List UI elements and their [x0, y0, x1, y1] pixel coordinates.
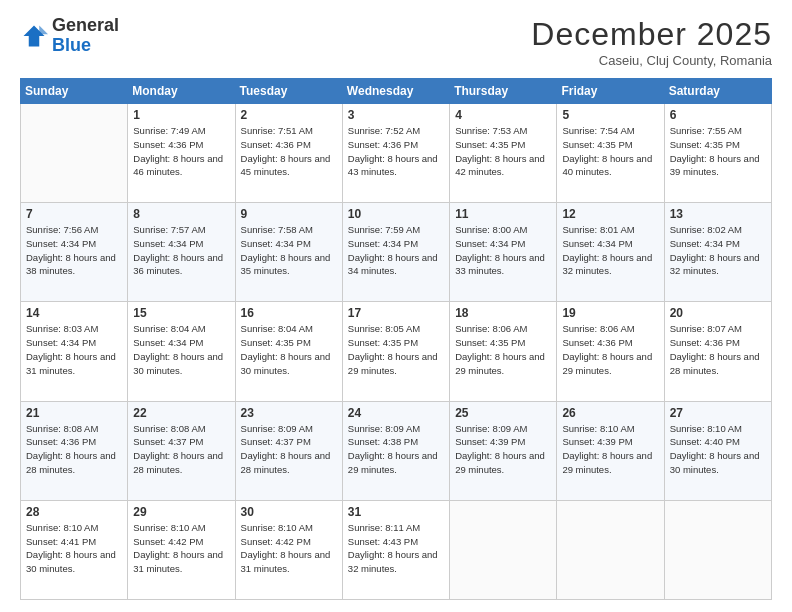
- calendar-cell: 29Sunrise: 8:10 AMSunset: 4:42 PMDayligh…: [128, 500, 235, 599]
- day-number: 28: [26, 505, 122, 519]
- calendar-cell: 18Sunrise: 8:06 AMSunset: 4:35 PMDayligh…: [450, 302, 557, 401]
- weekday-header-thursday: Thursday: [450, 79, 557, 104]
- day-number: 18: [455, 306, 551, 320]
- day-info: Sunrise: 7:59 AMSunset: 4:34 PMDaylight:…: [348, 223, 444, 278]
- day-info: Sunrise: 8:06 AMSunset: 4:35 PMDaylight:…: [455, 322, 551, 377]
- day-number: 21: [26, 406, 122, 420]
- calendar-cell: 2Sunrise: 7:51 AMSunset: 4:36 PMDaylight…: [235, 104, 342, 203]
- day-number: 22: [133, 406, 229, 420]
- day-number: 2: [241, 108, 337, 122]
- calendar-cell: [664, 500, 771, 599]
- day-number: 14: [26, 306, 122, 320]
- day-number: 11: [455, 207, 551, 221]
- day-info: Sunrise: 7:54 AMSunset: 4:35 PMDaylight:…: [562, 124, 658, 179]
- day-info: Sunrise: 7:51 AMSunset: 4:36 PMDaylight:…: [241, 124, 337, 179]
- day-number: 31: [348, 505, 444, 519]
- calendar-cell: [450, 500, 557, 599]
- weekday-header-monday: Monday: [128, 79, 235, 104]
- calendar-cell: [557, 500, 664, 599]
- calendar-cell: 13Sunrise: 8:02 AMSunset: 4:34 PMDayligh…: [664, 203, 771, 302]
- day-info: Sunrise: 8:08 AMSunset: 4:36 PMDaylight:…: [26, 422, 122, 477]
- calendar-cell: 3Sunrise: 7:52 AMSunset: 4:36 PMDaylight…: [342, 104, 449, 203]
- day-info: Sunrise: 7:52 AMSunset: 4:36 PMDaylight:…: [348, 124, 444, 179]
- calendar-cell: 17Sunrise: 8:05 AMSunset: 4:35 PMDayligh…: [342, 302, 449, 401]
- calendar-cell: 24Sunrise: 8:09 AMSunset: 4:38 PMDayligh…: [342, 401, 449, 500]
- day-number: 1: [133, 108, 229, 122]
- day-number: 13: [670, 207, 766, 221]
- svg-marker-1: [39, 25, 48, 34]
- day-info: Sunrise: 8:01 AMSunset: 4:34 PMDaylight:…: [562, 223, 658, 278]
- calendar-cell: 27Sunrise: 8:10 AMSunset: 4:40 PMDayligh…: [664, 401, 771, 500]
- day-number: 25: [455, 406, 551, 420]
- calendar-cell: 12Sunrise: 8:01 AMSunset: 4:34 PMDayligh…: [557, 203, 664, 302]
- day-info: Sunrise: 7:55 AMSunset: 4:35 PMDaylight:…: [670, 124, 766, 179]
- day-info: Sunrise: 8:10 AMSunset: 4:40 PMDaylight:…: [670, 422, 766, 477]
- calendar-cell: 14Sunrise: 8:03 AMSunset: 4:34 PMDayligh…: [21, 302, 128, 401]
- day-info: Sunrise: 8:10 AMSunset: 4:39 PMDaylight:…: [562, 422, 658, 477]
- weekday-header-row: SundayMondayTuesdayWednesdayThursdayFrid…: [21, 79, 772, 104]
- logo-general-text: General: [52, 15, 119, 35]
- title-block: December 2025 Caseiu, Cluj County, Roman…: [531, 16, 772, 68]
- calendar-cell: 5Sunrise: 7:54 AMSunset: 4:35 PMDaylight…: [557, 104, 664, 203]
- day-number: 17: [348, 306, 444, 320]
- day-info: Sunrise: 7:49 AMSunset: 4:36 PMDaylight:…: [133, 124, 229, 179]
- weekday-header-wednesday: Wednesday: [342, 79, 449, 104]
- day-number: 3: [348, 108, 444, 122]
- calendar-cell: 25Sunrise: 8:09 AMSunset: 4:39 PMDayligh…: [450, 401, 557, 500]
- day-number: 20: [670, 306, 766, 320]
- calendar-cell: 7Sunrise: 7:56 AMSunset: 4:34 PMDaylight…: [21, 203, 128, 302]
- calendar-cell: 28Sunrise: 8:10 AMSunset: 4:41 PMDayligh…: [21, 500, 128, 599]
- calendar-cell: 31Sunrise: 8:11 AMSunset: 4:43 PMDayligh…: [342, 500, 449, 599]
- day-info: Sunrise: 8:10 AMSunset: 4:42 PMDaylight:…: [133, 521, 229, 576]
- day-info: Sunrise: 7:56 AMSunset: 4:34 PMDaylight:…: [26, 223, 122, 278]
- logo-icon: [20, 22, 48, 50]
- day-info: Sunrise: 7:57 AMSunset: 4:34 PMDaylight:…: [133, 223, 229, 278]
- calendar-cell: 11Sunrise: 8:00 AMSunset: 4:34 PMDayligh…: [450, 203, 557, 302]
- day-info: Sunrise: 8:11 AMSunset: 4:43 PMDaylight:…: [348, 521, 444, 576]
- day-info: Sunrise: 8:03 AMSunset: 4:34 PMDaylight:…: [26, 322, 122, 377]
- day-info: Sunrise: 8:05 AMSunset: 4:35 PMDaylight:…: [348, 322, 444, 377]
- calendar-cell: 10Sunrise: 7:59 AMSunset: 4:34 PMDayligh…: [342, 203, 449, 302]
- day-number: 15: [133, 306, 229, 320]
- weekday-header-sunday: Sunday: [21, 79, 128, 104]
- month-title: December 2025: [531, 16, 772, 53]
- day-info: Sunrise: 7:58 AMSunset: 4:34 PMDaylight:…: [241, 223, 337, 278]
- calendar-week-row: 21Sunrise: 8:08 AMSunset: 4:36 PMDayligh…: [21, 401, 772, 500]
- calendar-cell: 6Sunrise: 7:55 AMSunset: 4:35 PMDaylight…: [664, 104, 771, 203]
- day-number: 29: [133, 505, 229, 519]
- day-number: 8: [133, 207, 229, 221]
- day-number: 7: [26, 207, 122, 221]
- calendar-week-row: 7Sunrise: 7:56 AMSunset: 4:34 PMDaylight…: [21, 203, 772, 302]
- calendar-cell: 21Sunrise: 8:08 AMSunset: 4:36 PMDayligh…: [21, 401, 128, 500]
- calendar-cell: 15Sunrise: 8:04 AMSunset: 4:34 PMDayligh…: [128, 302, 235, 401]
- calendar-table: SundayMondayTuesdayWednesdayThursdayFrid…: [20, 78, 772, 600]
- page-header: General Blue December 2025 Caseiu, Cluj …: [20, 16, 772, 68]
- day-info: Sunrise: 8:08 AMSunset: 4:37 PMDaylight:…: [133, 422, 229, 477]
- calendar-cell: 1Sunrise: 7:49 AMSunset: 4:36 PMDaylight…: [128, 104, 235, 203]
- day-info: Sunrise: 8:09 AMSunset: 4:38 PMDaylight:…: [348, 422, 444, 477]
- calendar-cell: 26Sunrise: 8:10 AMSunset: 4:39 PMDayligh…: [557, 401, 664, 500]
- day-number: 10: [348, 207, 444, 221]
- day-info: Sunrise: 8:09 AMSunset: 4:37 PMDaylight:…: [241, 422, 337, 477]
- day-info: Sunrise: 8:04 AMSunset: 4:35 PMDaylight:…: [241, 322, 337, 377]
- day-number: 26: [562, 406, 658, 420]
- day-info: Sunrise: 8:06 AMSunset: 4:36 PMDaylight:…: [562, 322, 658, 377]
- day-number: 16: [241, 306, 337, 320]
- day-number: 12: [562, 207, 658, 221]
- day-info: Sunrise: 8:00 AMSunset: 4:34 PMDaylight:…: [455, 223, 551, 278]
- calendar-cell: 30Sunrise: 8:10 AMSunset: 4:42 PMDayligh…: [235, 500, 342, 599]
- day-number: 5: [562, 108, 658, 122]
- calendar-cell: 16Sunrise: 8:04 AMSunset: 4:35 PMDayligh…: [235, 302, 342, 401]
- weekday-header-tuesday: Tuesday: [235, 79, 342, 104]
- logo-blue-text: Blue: [52, 35, 91, 55]
- weekday-header-friday: Friday: [557, 79, 664, 104]
- day-info: Sunrise: 8:10 AMSunset: 4:41 PMDaylight:…: [26, 521, 122, 576]
- day-info: Sunrise: 8:02 AMSunset: 4:34 PMDaylight:…: [670, 223, 766, 278]
- calendar-cell: 23Sunrise: 8:09 AMSunset: 4:37 PMDayligh…: [235, 401, 342, 500]
- day-number: 23: [241, 406, 337, 420]
- calendar-week-row: 28Sunrise: 8:10 AMSunset: 4:41 PMDayligh…: [21, 500, 772, 599]
- calendar-cell: 22Sunrise: 8:08 AMSunset: 4:37 PMDayligh…: [128, 401, 235, 500]
- day-number: 19: [562, 306, 658, 320]
- location-subtitle: Caseiu, Cluj County, Romania: [531, 53, 772, 68]
- day-info: Sunrise: 7:53 AMSunset: 4:35 PMDaylight:…: [455, 124, 551, 179]
